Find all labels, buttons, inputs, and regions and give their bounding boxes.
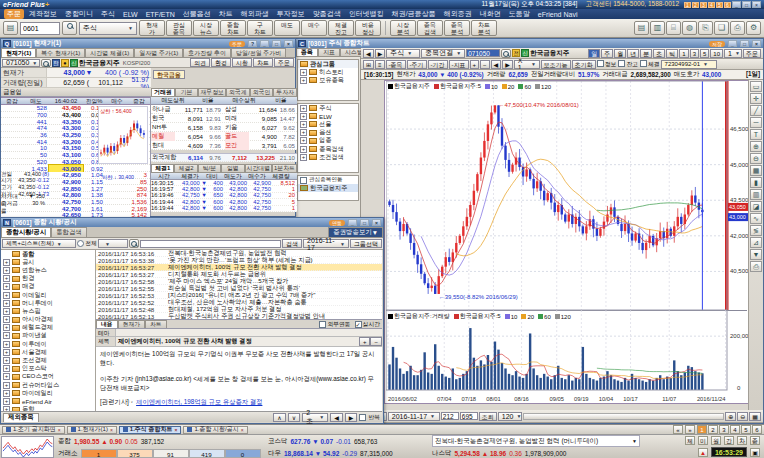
nav-back-icon[interactable]: ◀ xyxy=(363,49,374,58)
tb2--주기[interactable]: -주기 xyxy=(407,60,427,69)
page-prev-icon[interactable]: « xyxy=(673,425,683,434)
broker-tab-5[interactable]: 외국인 xyxy=(250,88,274,96)
analysis-button-2[interactable]: 종목 검색 xyxy=(417,20,443,36)
tb2--지표[interactable]: -지표 xyxy=(449,60,469,69)
menu-item-15[interactable]: 내화면 xyxy=(477,9,504,19)
외부연동-checkbox[interactable] xyxy=(319,321,326,328)
chart-category-select[interactable]: 주식▼ xyxy=(386,49,420,58)
period-주[interactable]: 주 xyxy=(601,49,613,58)
news-item[interactable]: 2016/11/17 16:53:16전북대-한국농촌경제연구원, 농업발전 협… xyxy=(96,250,382,257)
task-tab-1.종합 시황/공시[interactable]: 1.종합 시황/공시× xyxy=(183,426,247,434)
period-일[interactable]: 일 xyxy=(588,49,600,58)
maximize-button[interactable]: □ xyxy=(742,1,751,8)
quote-tab-5[interactable]: 호가잔량 추이 xyxy=(183,48,231,57)
kosdaq-status[interactable]: 코스닥 627.76 ▼ 0.07 -0.01 658,763 xyxy=(268,435,377,447)
right-icon[interactable]: ▶ xyxy=(345,413,358,422)
stock-search-icon[interactable] xyxy=(41,59,51,67)
chart-close-button[interactable]: × xyxy=(752,40,761,47)
news-item[interactable]: 2016/11/17 16:52:55최순실 특검법 첫 고비 넘었다 '국회 … xyxy=(96,285,382,292)
news-tab-2[interactable]: 통합검색 xyxy=(51,227,87,237)
action-환경[interactable]: 환경 xyxy=(211,58,231,67)
save-icon[interactable]: ▼ xyxy=(750,249,762,260)
status-quick-미[interactable]: 미 xyxy=(698,436,708,445)
quick-button-7[interactable]: 매수 xyxy=(301,20,327,36)
kospi-status[interactable]: 종합 1,980.55 ▲ 0.90 0.05 387,152 xyxy=(58,435,164,447)
area-type-icon[interactable]: ◪ xyxy=(750,201,762,212)
news-ticker[interactable]: 전북대-한국농촌경제연구원, 농업발전 협력 (머니투데이)▼ xyxy=(432,435,640,447)
ruler-icon[interactable]: ⊿ xyxy=(750,237,762,248)
sub-stock-button[interactable]: 한국금융 xyxy=(153,70,185,79)
menu-item-10[interactable]: 투자정보 xyxy=(274,9,308,19)
task-tab-1.초기 공지화면[interactable]: 1.초기 공지화면× xyxy=(2,426,65,434)
task-tab-1.주식 종합차트[interactable]: 1.주식 종합차트× xyxy=(119,426,182,434)
title-quick-4[interactable]: 4 xyxy=(708,2,715,8)
zoom-level-select[interactable]: 120▼ xyxy=(498,412,522,421)
tree-item-보유종목[interactable]: +보유종목 xyxy=(298,76,358,84)
stock-code-input[interactable]: 071050▼ xyxy=(2,59,40,67)
잔고-checkbox[interactable] xyxy=(618,60,625,67)
action-차트[interactable]: 차트 xyxy=(253,58,273,67)
news-source-2[interactable]: +공시 xyxy=(1,258,95,266)
quote-min-button[interactable]: _ xyxy=(260,40,269,47)
news-min-button[interactable]: _ xyxy=(348,219,357,226)
page-4[interactable]: 4 xyxy=(730,425,740,434)
broker-tab-1[interactable]: 거래원 xyxy=(151,88,175,96)
page-next-icon[interactable]: » xyxy=(685,425,695,434)
analysis-button-4[interactable]: 차트 분석 xyxy=(471,20,497,36)
minutes-3[interactable]: 3 xyxy=(690,49,699,58)
period-틱[interactable]: 틱 xyxy=(666,49,678,58)
candle-icon[interactable]: ▮ xyxy=(750,177,762,188)
chart-search-icon[interactable] xyxy=(501,49,511,58)
news-item[interactable]: 2016/11/17 16:53:27디지털통화 제도화 서두르는 금융위 xyxy=(96,271,382,278)
action-주문[interactable]: 주문 xyxy=(274,58,294,67)
title-quick-3[interactable]: 3 xyxy=(700,2,707,8)
quote-help-button[interactable]: ? xyxy=(248,40,257,47)
tb2--기간[interactable]: -기간 xyxy=(428,60,448,69)
menu-item-9[interactable]: 해외파생 xyxy=(238,9,272,19)
alarm-icon[interactable]: ▲ xyxy=(698,448,708,457)
news-source-3[interactable]: +연합뉴스 xyxy=(1,266,95,274)
zoom-out-icon[interactable]: − xyxy=(480,60,490,69)
status-quick-원[interactable]: 원 xyxy=(711,436,721,445)
interval-select[interactable]: 2초▼ xyxy=(302,413,328,422)
list-icon[interactable]: ≡ xyxy=(375,60,385,69)
quote-window-pill[interactable]: 주문 xyxy=(229,41,245,47)
tree2-item-주식[interactable]: +주식 xyxy=(298,104,358,112)
group-select-button[interactable]: 그룹선택 xyxy=(350,239,382,248)
web-icon[interactable]: ◍ xyxy=(682,21,697,35)
menu-item-5[interactable]: ELW xyxy=(120,11,141,18)
status-quick-종[interactable]: 종 xyxy=(750,436,760,445)
total-count-field[interactable]: 695 xyxy=(460,412,478,420)
calc-icon[interactable]: ⌸ xyxy=(666,21,681,35)
home-icon[interactable]: ▤ xyxy=(3,21,18,35)
left-icon[interactable]: ◀ xyxy=(330,413,343,422)
list-type-select[interactable]: 제목+리스트(전체)▼ xyxy=(2,239,76,248)
horizontal-line-icon[interactable]: ─ xyxy=(750,117,762,128)
news-source-10[interactable]: +헤럴드경제 xyxy=(1,324,95,332)
period-월[interactable]: 월 xyxy=(614,49,626,58)
news-item[interactable]: 2016/11/17 16:52:48현대제철, 172억원 규모 자사주 처분… xyxy=(96,306,382,313)
menu-item-17[interactable]: eFriend Navi xyxy=(535,11,581,18)
news-tab-1[interactable]: 종합시황/공시 xyxy=(1,227,51,237)
quick-button-3[interactable]: 시장 뉴스 xyxy=(193,20,219,36)
news-item[interactable]: 2016/11/17 16:52:53[지스타2016] "유니티 애즈 2년 … xyxy=(96,292,382,299)
news-date-select[interactable]: 2016-11-17▼ xyxy=(303,239,349,248)
chart-icon[interactable]: ▥ xyxy=(650,21,665,35)
chart-date-select[interactable]: 2016-11-17▼ xyxy=(388,412,440,421)
quick-button-9[interactable]: 비용 정산 xyxy=(355,20,381,36)
news-source-11[interactable]: +파이낸셜 xyxy=(1,332,95,340)
alert-bell-icon[interactable]: ● xyxy=(61,59,69,67)
quote-tab-1[interactable]: 현재가(1) xyxy=(1,48,36,57)
related-article-link[interactable]: 제이엔케이히터, 198억원 규모 유상증자 결정 xyxy=(136,398,262,405)
nasdaq-status[interactable]: 나스닥 5,294.58 ▲ 18.96 0.36 1,978,909,000 xyxy=(432,447,566,458)
screen-number-input[interactable] xyxy=(20,22,60,35)
chart-plot-area[interactable]: 한국금융지주한국금융지주:5102060120 40,50042,00043,5… xyxy=(384,80,750,404)
category-select[interactable]: 주식▼ xyxy=(79,22,137,35)
page-3[interactable]: 3 xyxy=(719,425,729,434)
news-item[interactable]: 2016/11/17 16:52:52대우조선, 산은에 노사확약서 제출…자본… xyxy=(96,299,382,306)
cursor-icon[interactable]: ▭ xyxy=(750,81,762,92)
indicator-icon[interactable]: ∿ xyxy=(750,213,762,224)
menu-item-7[interactable]: 선물옵션 xyxy=(180,9,214,19)
page-5[interactable]: 5 xyxy=(741,425,751,434)
broker-tab-6[interactable]: 투자자 xyxy=(273,88,297,96)
